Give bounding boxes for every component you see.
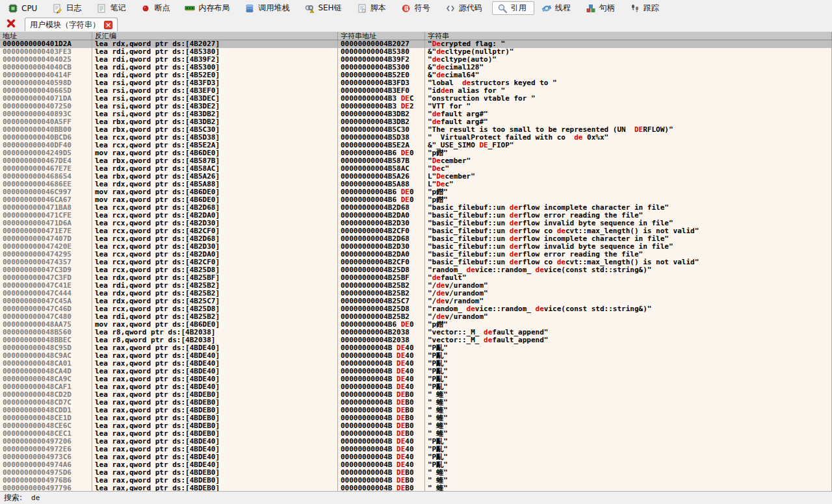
address-cell: 0000000000471D6A <box>0 220 92 227</box>
table-row[interactable]: 000000000047C45Alea rdx,qword ptr ds:[4B… <box>0 297 832 305</box>
table-row[interactable]: 0000000000407250lea rsi,qword ptr ds:[4B… <box>0 103 832 110</box>
table-row[interactable]: 000000000040598Dlea rsi,qword ptr ds:[4B… <box>0 79 832 87</box>
table-row[interactable]: 000000000048CE1Dlea rax,qword ptr ds:[4B… <box>0 414 832 422</box>
column-header-string[interactable]: 字符串 <box>425 32 832 40</box>
table-row[interactable]: 00000000004975D6lea rax,qword ptr ds:[4B… <box>0 469 832 477</box>
search-match-highlight: De <box>432 157 441 165</box>
disassembly-cell: lea rax,qword ptr ds:[4BDEB0] <box>92 469 338 477</box>
table-row[interactable]: 000000000048CAF1lea rax,qword ptr ds:[4B… <box>0 383 832 391</box>
table-row[interactable]: 000000000047C3FDlea rdx,qword ptr ds:[4B… <box>0 274 832 282</box>
table-row[interactable]: 000000000047C41Elea rdi,qword ptr ds:[4B… <box>0 282 832 290</box>
table-row[interactable]: 0000000000471CFElea rcx,qword ptr ds:[4B… <box>0 212 832 220</box>
table-row[interactable]: 000000000047C444lea rdx,qword ptr ds:[4B… <box>0 290 832 297</box>
table-row[interactable]: 000000000048CA9Clea rax,qword ptr ds:[4B… <box>0 375 832 383</box>
table-row[interactable]: 000000000048CA01lea rax,qword ptr ds:[4B… <box>0 360 832 368</box>
string-cell: "random_ device::random_ device(const st… <box>425 266 832 274</box>
toolbar-button-notes[interactable]: 笔记 <box>91 1 133 15</box>
toolbar-button-call-stack[interactable]: 调用堆栈 <box>239 1 297 15</box>
table-row[interactable]: 000000000040A5FFlea rbx,qword ptr ds:[4B… <box>0 118 832 126</box>
stop-button[interactable] <box>3 17 19 30</box>
toolbar-button-handles[interactable]: 句柄 <box>580 1 623 15</box>
table-row[interactable]: 0000000000474295lea rcx,qword ptr ds:[4B… <box>0 251 832 258</box>
toolbar-button-memory-map[interactable]: 内存布局 <box>179 1 237 15</box>
table-row[interactable]: 0000000000467DE4lea rbx,qword ptr ds:[4B… <box>0 157 832 165</box>
column-header-address[interactable]: 地址 <box>0 32 92 40</box>
table-row[interactable]: 0000000000474357lea rcx,qword ptr ds:[4B… <box>0 258 832 266</box>
table-row[interactable]: 00000000004976B6lea rax,qword ptr ds:[4B… <box>0 477 832 485</box>
toolbar-button-script[interactable]: 脚本 <box>352 1 394 15</box>
toolbar-button-threads[interactable]: 线程 <box>536 1 578 15</box>
string-address-cell: 00000000004B2DA0 <box>338 212 425 220</box>
table-row[interactable]: 000000000048CA4Dlea rax,qword ptr ds:[4B… <box>0 368 832 375</box>
table-row[interactable]: 0000000000467E7Elea rdx,qword ptr ds:[4B… <box>0 165 832 173</box>
table-row[interactable]: 00000000004040CBlea rdi,qword ptr ds:[4B… <box>0 64 832 71</box>
table-row[interactable]: 000000000048CD2Dlea rax,qword ptr ds:[4B… <box>0 391 832 399</box>
table-row[interactable]: 0000000000404025lea rdi,qword ptr ds:[4B… <box>0 56 832 64</box>
toolbar-button-references[interactable]: 引用 <box>492 1 534 15</box>
string-address-cell: 00000000004B25BF <box>338 274 425 282</box>
table-row[interactable]: 000000000040893Clea rsi,qword ptr ds:[4B… <box>0 110 832 118</box>
tab-close-button[interactable]: × <box>104 21 112 29</box>
search-match-highlight: DE <box>479 142 488 149</box>
toolbar-button-trace[interactable]: 跟踪 <box>625 1 667 15</box>
table-row[interactable]: 000000000040BB00lea rbx,qword ptr ds:[4B… <box>0 126 832 134</box>
toolbar-button-log[interactable]: 日志 <box>47 1 89 15</box>
disassembly-cell: lea rdi,qword ptr ds:[4B52E0] <box>92 71 338 79</box>
disassembly-cell: lea rcx,qword ptr ds:[4B5D38] <box>92 134 338 142</box>
table-row[interactable]: 0000000000468654lea rbx,qword ptr ds:[4B… <box>0 173 832 181</box>
toolbar-button-symbols[interactable]: 符号 <box>396 1 438 15</box>
table-row[interactable]: 000000000048CEC1lea rax,qword ptr ds:[4B… <box>0 430 832 438</box>
table-row[interactable]: 000000000048CE6Clea rax,qword ptr ds:[4B… <box>0 422 832 430</box>
search-input[interactable] <box>31 494 239 502</box>
string-address-cell: 00000000004B25D8 <box>338 305 425 313</box>
table-row[interactable]: 000000000047C46Dlea rcx,qword ptr ds:[4B… <box>0 305 832 313</box>
table-row[interactable]: 00000000004071DAlea rsi,qword ptr ds:[4B… <box>0 95 832 103</box>
table-row[interactable]: 000000000047420Elea rcx,qword ptr ds:[4B… <box>0 243 832 251</box>
table-row[interactable]: 00000000004974A6lea rax,qword ptr ds:[4B… <box>0 461 832 469</box>
table-row[interactable]: 000000000048C9AClea rax,qword ptr ds:[4B… <box>0 352 832 360</box>
table-row[interactable]: 000000000048CD7Clea rax,qword ptr ds:[4B… <box>0 399 832 407</box>
address-cell: 000000000048CAF1 <box>0 383 92 391</box>
table-row[interactable]: 0000000000497206lea rax,qword ptr ds:[4B… <box>0 438 832 446</box>
disassembly-cell: lea rax,qword ptr ds:[4BDEB0] <box>92 399 338 407</box>
table-row[interactable]: 000000000040414Flea rdi,qword ptr ds:[4B… <box>0 71 832 79</box>
table-row[interactable]: 000000000040665Dlea rsi,qword ptr ds:[4B… <box>0 87 832 95</box>
table-row[interactable]: 0000000000471E7Elea rcx,qword ptr ds:[4B… <box>0 227 832 235</box>
table-row[interactable]: 000000000048BBEClea r8,qword ptr ds:[4B2… <box>0 336 832 344</box>
toolbar-button-source[interactable]: 源代码 <box>440 1 490 15</box>
table-row[interactable]: 000000000048C95Dlea rax,qword ptr ds:[4B… <box>0 344 832 352</box>
table-row[interactable]: 00000000004249D5mov rax,qword ptr ds:[4B… <box>0 149 832 157</box>
table-row[interactable]: 000000000048AA75mov rax,qword ptr ds:[4B… <box>0 321 832 329</box>
table-row[interactable]: 0000000000401D2Alea rdx,qword ptr ds:[4B… <box>0 40 832 48</box>
string-address-cell: 00000000004B2D30 <box>338 243 425 251</box>
table-row[interactable]: 000000000048B560lea r8,qword ptr ds:[4B2… <box>0 329 832 336</box>
table-row[interactable]: 000000000047C3D9lea rcx,qword ptr ds:[4B… <box>0 266 832 274</box>
table-row[interactable]: 000000000046CA67mov rax,qword ptr ds:[4B… <box>0 196 832 204</box>
table-row[interactable]: 0000000000471BA8lea rcx,qword ptr ds:[4B… <box>0 204 832 212</box>
table-row[interactable]: 000000000040BCD6lea rcx,qword ptr ds:[4B… <box>0 134 832 142</box>
table-row[interactable]: 000000000048CDD1lea rax,qword ptr ds:[4B… <box>0 407 832 414</box>
tab-user-modules-strings[interactable]: 用户模块（字符串） × <box>25 18 118 31</box>
toolbar-button-breakpoints[interactable]: 断点 <box>135 1 177 15</box>
table-row[interactable]: 00000000004973C6lea rax,qword ptr ds:[4B… <box>0 453 832 461</box>
table-row[interactable]: 00000000004972E6lea rax,qword ptr ds:[4B… <box>0 446 832 453</box>
string-address-cell: 00000000004B DEB0 <box>338 391 425 399</box>
table-row[interactable]: 000000000046C997mov rax,qword ptr ds:[4B… <box>0 188 832 196</box>
search-match-highlight: DE <box>396 446 405 453</box>
table-row[interactable]: 0000000000497796lea rax,qword ptr ds:[4B… <box>0 485 832 491</box>
table-row[interactable]: 000000000040DF40lea rcx,qword ptr ds:[4B… <box>0 142 832 149</box>
string-cell: "decltype(auto)" <box>425 56 832 64</box>
table-row[interactable]: 000000000047407Dlea rcx,qword ptr ds:[4B… <box>0 235 832 243</box>
column-header-string-address[interactable]: 字符串地址 <box>338 32 425 40</box>
address-cell: 0000000000497206 <box>0 438 92 446</box>
table-row[interactable]: 000000000047C480lea rdi,qword ptr ds:[4B… <box>0 313 832 321</box>
string-address-cell: 00000000004B2CF0 <box>338 227 425 235</box>
toolbar-button-cpu[interactable]: CPU <box>3 1 45 15</box>
string-address-cell: 00000000004B DEB0 <box>338 469 425 477</box>
toolbar-button-seh-chain[interactable]: SEH链 <box>299 1 349 15</box>
column-header-disassembly[interactable]: 反汇编 <box>92 32 338 40</box>
table-row[interactable]: 00000000004686EElea rdx,qword ptr ds:[4B… <box>0 181 832 188</box>
table-row[interactable]: 0000000000471D6Alea rcx,qword ptr ds:[4B… <box>0 220 832 227</box>
table-row[interactable]: 0000000000403FE3lea rdi,qword ptr ds:[4B… <box>0 48 832 56</box>
search-match-highlight: De <box>432 40 441 48</box>
